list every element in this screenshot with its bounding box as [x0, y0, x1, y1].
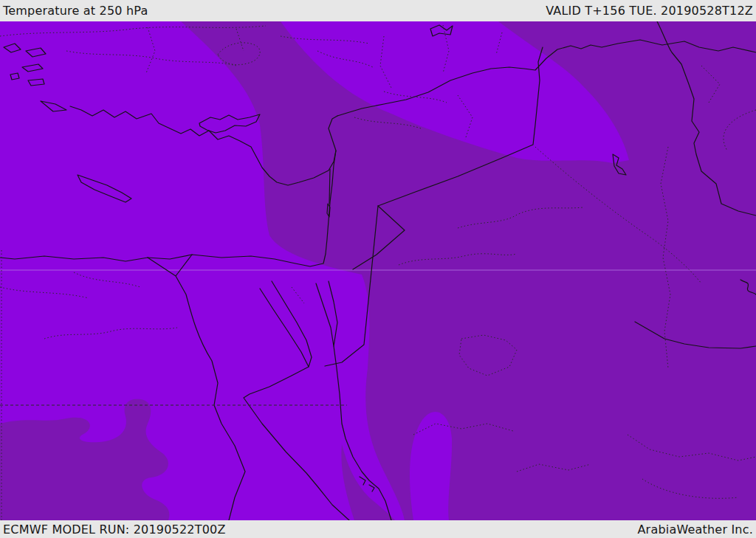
map-title: Temperature at 250 hPa	[3, 4, 148, 18]
footer-bar: ECMWF MODEL RUN: 20190522T00Z ArabiaWeat…	[0, 520, 756, 538]
attribution-label: ArabiaWeather Inc.	[637, 523, 753, 537]
temperature-map-canvas	[0, 21, 756, 520]
valid-time-label: VALID T+156 TUE. 20190528T12Z	[546, 4, 753, 18]
weather-map	[0, 21, 756, 520]
model-run-label: ECMWF MODEL RUN: 20190522T00Z	[3, 523, 226, 537]
header-bar: Temperature at 250 hPa VALID T+156 TUE. …	[0, 0, 756, 21]
